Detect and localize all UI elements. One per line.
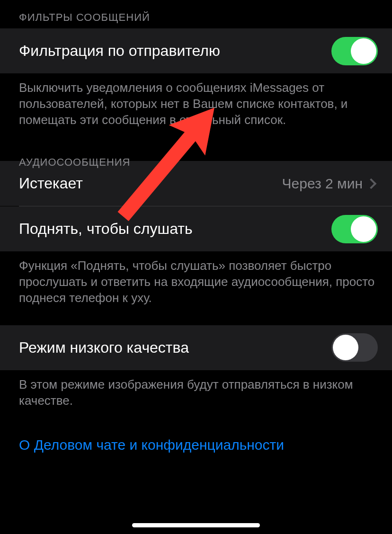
filter-by-sender-toggle[interactable] <box>331 37 378 65</box>
low-quality-toggle[interactable] <box>331 333 378 362</box>
filter-by-sender-row[interactable]: Фильтрация по отправителю <box>0 28 392 73</box>
audio-section-header: АУДИОСООБЩЕНИЯ <box>0 133 392 161</box>
expire-label: Истекает <box>19 175 83 192</box>
filter-by-sender-label: Фильтрация по отправителю <box>19 42 220 60</box>
raise-to-listen-label: Поднять, чтобы слушать <box>19 220 193 238</box>
low-quality-footer: В этом режиме изображения будут отправля… <box>0 370 392 414</box>
expire-value: Через 2 мин <box>282 176 363 192</box>
home-indicator <box>132 523 260 527</box>
filters-section-footer: Выключить уведомления о сообщениях iMess… <box>0 73 392 133</box>
business-chat-privacy-link[interactable]: О Деловом чате и конфиденциальности <box>0 427 392 463</box>
raise-to-listen-toggle[interactable] <box>331 215 378 243</box>
low-quality-label: Режим низкого качества <box>19 339 189 356</box>
audio-section-footer: Функция «Поднять, чтобы слушать» позволя… <box>0 251 392 311</box>
chevron-right-icon <box>366 178 377 189</box>
filters-section-header: ФИЛЬТРЫ СООБЩЕНИЙ <box>0 0 392 28</box>
low-quality-row[interactable]: Режим низкого качества <box>0 325 392 370</box>
raise-to-listen-row[interactable]: Поднять, чтобы слушать <box>0 206 392 251</box>
